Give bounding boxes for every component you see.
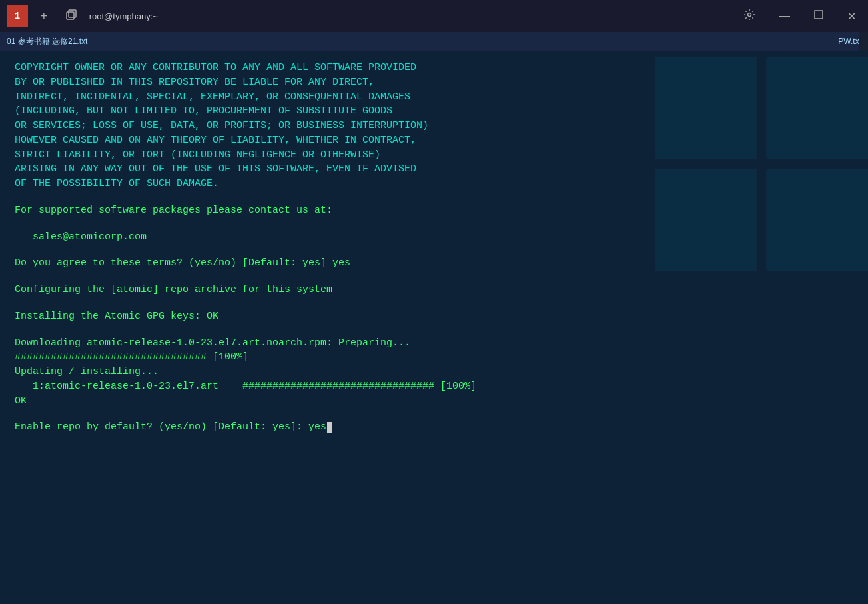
svg-rect-0: [67, 12, 74, 19]
terminal-line: HOWEVER CAUSED AND ON ANY THEORY OF LIAB…: [15, 133, 853, 148]
settings-button[interactable]: [738, 6, 761, 26]
terminal-line: Do you agree to these terms? (yes/no) [D…: [15, 256, 853, 271]
terminal-line: ################################ [100%]: [15, 350, 853, 365]
terminal-line: Enable repo by default? (yes/no) [Defaul…: [15, 420, 853, 435]
minimize-button[interactable]: —: [774, 7, 795, 25]
terminal-line: INDIRECT, INCIDENTAL, SPECIAL, EXEMPLARY…: [15, 90, 853, 105]
terminal-line: ARISING IN ANY WAY OUT OF THE USE OF THI…: [15, 162, 853, 177]
terminal-line: [15, 324, 853, 336]
svg-rect-3: [815, 11, 823, 19]
terminal-line: [15, 408, 853, 420]
terminal-content: COPYRIGHT OWNER OR ANY CONTRIBUTOR TO AN…: [15, 61, 853, 435]
new-tab-button[interactable]: +: [35, 6, 53, 27]
titlebar-controls: — ✕: [738, 6, 861, 26]
terminal-line: STRICT LIABILITY, OR TORT (INCLUDING NEG…: [15, 148, 853, 163]
terminal-line: [15, 244, 853, 256]
tab-title: root@tymphany:~: [89, 11, 158, 21]
terminal-line: OR SERVICES; LOSS OF USE, DATA, OR PROFI…: [15, 119, 853, 133]
terminal-line: Downloading atomic-release-1.0-23.el7.ar…: [15, 336, 853, 351]
cursor: [327, 422, 332, 433]
subtitlebar: 01 参考书籍 选修21.txt PW.txt: [0, 32, 868, 51]
terminal-line: Configuring the [atomic] repo archive fo…: [15, 283, 853, 297]
terminal-line: OK: [15, 394, 853, 409]
terminal[interactable]: COPYRIGHT OWNER OR ANY CONTRIBUTOR TO AN…: [0, 51, 868, 604]
terminal-line: [15, 218, 853, 230]
window-icon: 1: [7, 5, 28, 27]
terminal-line: [15, 271, 853, 283]
window-number: 1: [15, 11, 20, 21]
terminal-line: COPYRIGHT OWNER OR ANY CONTRIBUTOR TO AN…: [15, 61, 853, 75]
terminal-line: sales@atomicorp.com: [15, 230, 853, 245]
terminal-line: [15, 297, 853, 309]
terminal-line: [15, 191, 853, 203]
close-button[interactable]: ✕: [842, 7, 861, 25]
titlebar: 1 + root@tymphany:~ — ✕: [0, 0, 868, 32]
subtitle-left: 01 参考书籍 选修21.txt: [7, 36, 87, 47]
terminal-line: For supported software packages please c…: [15, 203, 853, 218]
maximize-button[interactable]: [809, 7, 829, 25]
terminal-line: (INCLUDING, BUT NOT LIMITED TO, PROCUREM…: [15, 104, 853, 119]
subtitle-right: PW.txt: [838, 37, 861, 46]
terminal-line: 1:atomic-release-1.0-23.el7.art ########…: [15, 379, 853, 394]
terminal-line: OF THE POSSIBILITY OF SUCH DAMAGE.: [15, 177, 853, 191]
terminal-line: BY OR PUBLISHED IN THIS REPOSITORY BE LI…: [15, 75, 853, 90]
svg-rect-1: [69, 10, 76, 17]
svg-point-2: [748, 13, 751, 17]
titlebar-left: 1 + root@tymphany:~: [7, 5, 738, 27]
duplicate-tab-button[interactable]: [60, 6, 83, 26]
terminal-line: Installing the Atomic GPG keys: OK: [15, 309, 853, 324]
terminal-line: Updating / installing...: [15, 365, 853, 379]
